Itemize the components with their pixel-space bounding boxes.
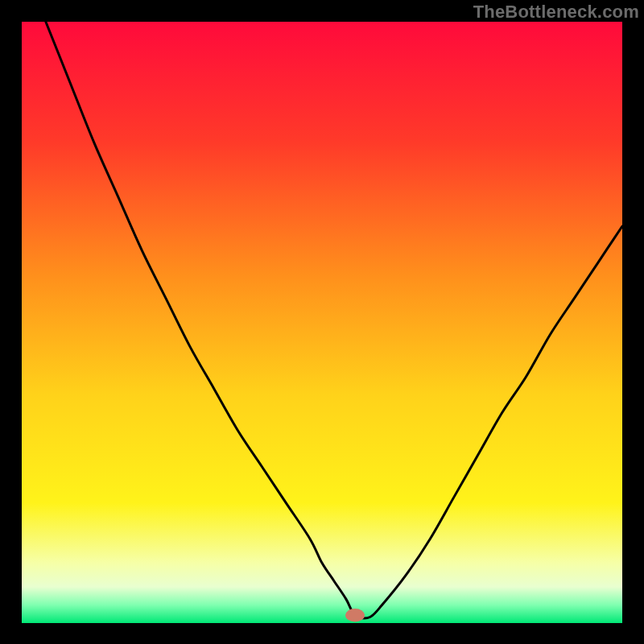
chart-container: TheBottleneck.com <box>0 0 644 644</box>
watermark-text: TheBottleneck.com <box>473 2 639 23</box>
chart-background <box>22 22 622 623</box>
bottleneck-chart <box>0 0 644 644</box>
selected-point-marker <box>345 609 365 621</box>
